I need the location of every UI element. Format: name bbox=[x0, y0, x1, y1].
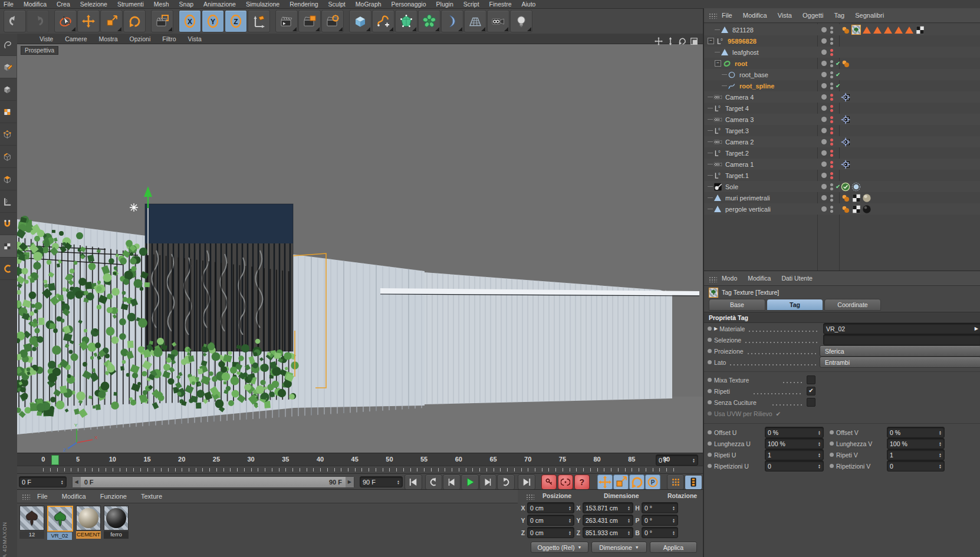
freehand-select-button[interactable] bbox=[0, 34, 17, 56]
material-thumbnail[interactable] bbox=[47, 506, 73, 532]
object-row-821128[interactable]: 821128 bbox=[704, 24, 980, 35]
add-light-button[interactable] bbox=[510, 10, 532, 32]
layer-dot-icon[interactable] bbox=[821, 195, 827, 200]
layer-dot-icon[interactable] bbox=[821, 117, 827, 122]
tri-tag-icon[interactable] bbox=[883, 25, 893, 35]
play-backwards-button[interactable] bbox=[425, 474, 443, 490]
stepper-icon[interactable]: ▲▼ bbox=[568, 530, 571, 535]
mixa-checkbox[interactable] bbox=[807, 375, 815, 384]
layer-dot-icon[interactable] bbox=[821, 162, 827, 167]
menu-plugin[interactable]: Plugin bbox=[436, 1, 453, 8]
stepper-icon[interactable]: ▲▼ bbox=[818, 441, 821, 446]
uv-field[interactable]: 100 %▲▼ bbox=[765, 438, 824, 449]
enable-dots-icon[interactable] bbox=[830, 105, 833, 112]
layer-dot-icon[interactable] bbox=[821, 72, 827, 77]
add-camera-button[interactable] bbox=[487, 10, 509, 32]
viewport-menu-mostra[interactable]: Mostra bbox=[99, 35, 118, 42]
viewport-ring-button[interactable] bbox=[0, 258, 17, 280]
scale-button[interactable] bbox=[100, 10, 123, 32]
layer-dot-icon[interactable] bbox=[821, 38, 827, 44]
move-button[interactable] bbox=[77, 10, 100, 32]
stepper-icon[interactable]: ▲▼ bbox=[939, 464, 942, 469]
enable-dots-icon[interactable] bbox=[830, 27, 833, 34]
polygons-mode-button[interactable] bbox=[0, 168, 17, 190]
go-end-button[interactable] bbox=[518, 474, 535, 490]
stepper-icon[interactable]: ▲▼ bbox=[939, 430, 942, 435]
go-start-button[interactable] bbox=[405, 474, 422, 490]
object-row-camera-1[interactable]: Camera 1 bbox=[704, 159, 980, 170]
timeline-playhead[interactable] bbox=[51, 455, 59, 465]
phong-tag-icon[interactable] bbox=[841, 193, 850, 203]
live-selection-button[interactable] bbox=[54, 10, 77, 32]
enable-dots-icon[interactable] bbox=[830, 161, 833, 168]
record-key-button[interactable] bbox=[541, 474, 557, 490]
stepper-icon[interactable]: ▲▼ bbox=[61, 480, 64, 485]
lock-z-button[interactable]: Z bbox=[225, 10, 247, 32]
menu-crea[interactable]: Crea bbox=[57, 1, 70, 8]
workplane-mode-button[interactable] bbox=[0, 190, 17, 213]
stepper-icon[interactable]: ▲▼ bbox=[939, 441, 942, 446]
end-frame-field[interactable]: 90 F▲▼ bbox=[360, 476, 403, 487]
render-settings-button[interactable] bbox=[321, 10, 344, 32]
tri-tag-icon[interactable] bbox=[873, 25, 882, 35]
enable-dots-icon[interactable] bbox=[830, 183, 833, 190]
menu-script[interactable]: Script bbox=[463, 1, 479, 8]
key-rotation-button[interactable] bbox=[629, 474, 644, 490]
minimal-interface-button[interactable] bbox=[685, 474, 702, 490]
attr-menu-dati-utente[interactable]: Dati Utente bbox=[781, 275, 813, 282]
menu-aiuto[interactable]: Aiuto bbox=[522, 1, 536, 8]
texture-leaf-selected-tag-icon[interactable] bbox=[851, 25, 861, 35]
enable-dots-icon[interactable] bbox=[830, 83, 833, 90]
snap-magnet-button[interactable] bbox=[0, 213, 17, 235]
stepper-icon[interactable]: ▲▼ bbox=[672, 530, 675, 535]
texture-mode-button[interactable] bbox=[0, 235, 17, 258]
stepper-icon[interactable]: ▲▼ bbox=[672, 506, 675, 510]
range-left-arrow-icon[interactable]: ◀ bbox=[73, 477, 81, 487]
apply-button[interactable]: Applica bbox=[650, 542, 697, 553]
expander-icon[interactable]: − bbox=[708, 38, 714, 44]
checker-tag-icon[interactable] bbox=[851, 193, 861, 203]
layer-dot-icon[interactable] bbox=[821, 206, 827, 212]
tab-base[interactable]: Base bbox=[709, 299, 765, 311]
add-cube-button[interactable] bbox=[349, 10, 371, 32]
panel-grip-icon[interactable] bbox=[22, 494, 30, 500]
redo-button[interactable] bbox=[27, 10, 49, 32]
panel-grip-icon[interactable] bbox=[709, 13, 717, 19]
points-mode-button[interactable] bbox=[0, 123, 17, 146]
make-editable-button[interactable] bbox=[0, 56, 17, 78]
keyframe-selection-button[interactable]: ? bbox=[574, 474, 590, 490]
layer-dot-icon[interactable] bbox=[821, 139, 827, 144]
range-right-arrow-icon[interactable]: ▶ bbox=[346, 477, 354, 487]
proiezione-dropdown[interactable]: Sferica bbox=[820, 345, 980, 357]
menu-mograph[interactable]: MoGraph bbox=[356, 1, 382, 8]
object-row-root-base[interactable]: root_base✔ bbox=[704, 69, 980, 80]
stepper-icon[interactable]: ▲▼ bbox=[627, 506, 630, 510]
target-tag-icon[interactable] bbox=[841, 137, 850, 147]
timeline-ticks[interactable] bbox=[17, 466, 703, 474]
tri-tag-icon[interactable] bbox=[894, 25, 903, 35]
last-tool-button[interactable] bbox=[151, 10, 173, 32]
object-row-camera-4[interactable]: Camera 4 bbox=[704, 91, 980, 103]
enable-dots-icon[interactable] bbox=[830, 150, 833, 157]
material-item-CEMENT[interactable]: CEMENT bbox=[76, 506, 101, 540]
panel-grip-icon[interactable] bbox=[709, 276, 717, 282]
sky-tag-icon[interactable] bbox=[851, 182, 861, 192]
object-row-pergole-verticali[interactable]: pergole verticali bbox=[704, 203, 980, 215]
layer-dot-icon[interactable] bbox=[821, 106, 827, 111]
add-spline-button[interactable] bbox=[372, 10, 394, 32]
menu-simulazione[interactable]: Simulazione bbox=[246, 1, 279, 8]
coord-field[interactable]: 851.933 cm▲▼ bbox=[583, 527, 633, 538]
attr-menu-modifica[interactable]: Modifica bbox=[748, 275, 771, 282]
object-row-95896828[interactable]: −095896828 bbox=[704, 35, 980, 47]
om-menu-tag[interactable]: Tag bbox=[834, 12, 844, 19]
stepper-icon[interactable]: ▲▼ bbox=[818, 430, 821, 435]
play-loop-button[interactable] bbox=[497, 474, 515, 490]
coord-size-dropdown[interactable]: Dimensione▼ bbox=[591, 542, 647, 553]
selezione-field[interactable] bbox=[823, 334, 980, 345]
coord-system-button[interactable] bbox=[248, 10, 270, 32]
play-button[interactable] bbox=[461, 474, 479, 490]
layer-dot-icon[interactable] bbox=[821, 150, 827, 156]
target-tag-icon[interactable] bbox=[841, 115, 850, 124]
coord-mode-dropdown[interactable]: Oggetto (Rel)▼ bbox=[531, 542, 588, 553]
keyframe-grid-button[interactable] bbox=[667, 474, 685, 490]
